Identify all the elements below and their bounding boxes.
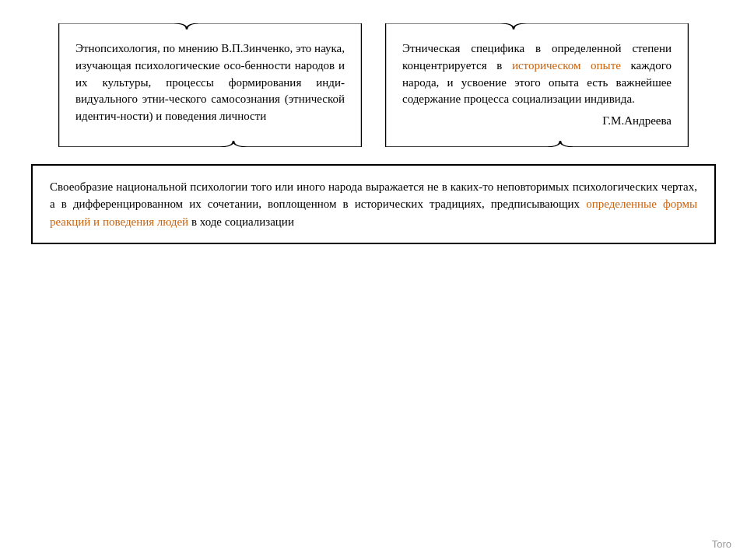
bottom-text: Своеобразие национальной психологии того… [50, 180, 697, 228]
card-left-text: Этнопсихология, по мнению В.П.Зинченко, … [75, 42, 345, 122]
card-left-wrapper: Этнопсихология, по мнению В.П.Зинченко, … [58, 23, 362, 147]
watermark: Toro [712, 537, 731, 552]
highlight-historical: историческом опыте [512, 59, 621, 72]
card-right-content: Этническая специфика в определенной степ… [385, 23, 689, 147]
bottom-box: Своеобразие национальной психологии того… [31, 164, 716, 245]
page: Этнопсихология, по мнению В.П.Зинченко, … [0, 0, 747, 560]
top-row: Этнопсихология, по мнению В.П.Зинченко, … [31, 23, 716, 147]
highlight-forms: определенные формы реакций и поведения л… [50, 198, 697, 228]
card-right-wrapper: Этническая специфика в определенной степ… [385, 23, 689, 147]
card-left-content: Этнопсихология, по мнению В.П.Зинченко, … [58, 23, 362, 142]
card-right-text: Этническая специфика в определенной степ… [402, 42, 672, 105]
author-name: Г.М.Андреева [402, 113, 672, 130]
